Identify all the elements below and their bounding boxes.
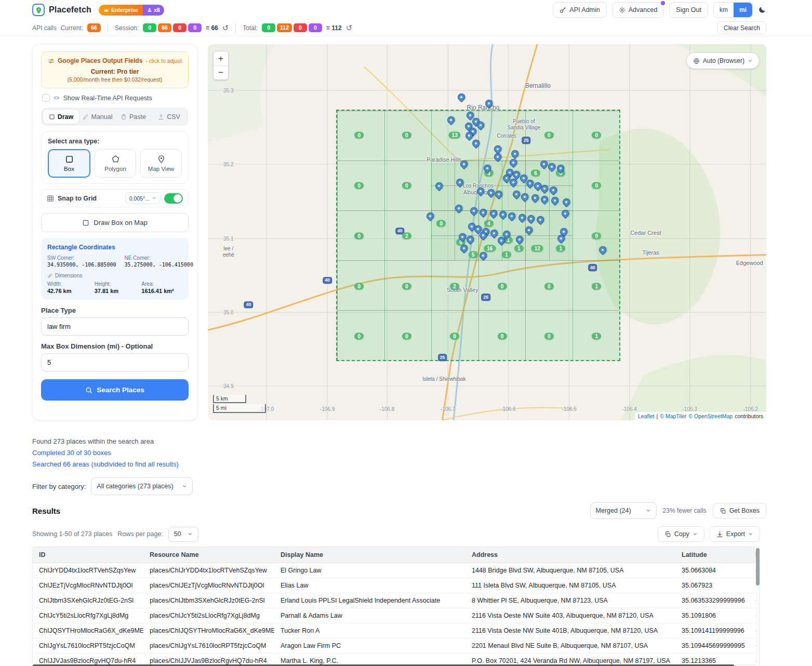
map-pin[interactable] (469, 206, 479, 216)
map-pin[interactable] (530, 193, 540, 203)
map-pin[interactable] (494, 189, 504, 199)
completed-boxes-link[interactable]: Completed 30 of 30 boxes (32, 449, 111, 457)
unit-km-button[interactable]: km (714, 3, 734, 17)
area-type-map-view[interactable]: Map View (140, 149, 182, 178)
map-pin[interactable] (547, 162, 557, 172)
map-pin[interactable] (425, 211, 435, 221)
table-cell: 35.063533299999996 (675, 593, 749, 608)
category-filter-select[interactable]: All categories (273 places) (91, 477, 193, 495)
chevron-down-icon (152, 196, 156, 201)
map-pin[interactable] (514, 234, 525, 245)
sign-out-button[interactable]: Sign Out (669, 2, 708, 18)
map-pin[interactable] (456, 92, 467, 102)
advanced-button[interactable]: Advanced (612, 2, 664, 18)
table-row[interactable]: ChIJQSYTHroMlocRaG6X_dKe9MEplaces/ChIJQS… (33, 623, 760, 638)
map-pin[interactable] (478, 207, 488, 218)
output-fields-card[interactable]: Google Places Output Fields - click to a… (41, 51, 189, 88)
session-reset-icon[interactable]: ↺ (222, 24, 229, 32)
vertical-scroll-thumb[interactable] (756, 548, 760, 585)
moon-icon (758, 6, 766, 14)
column-header[interactable]: Latitude (675, 547, 749, 563)
column-header[interactable]: ID (33, 547, 143, 563)
osm-link[interactable]: © OpenStreetMap (688, 413, 733, 419)
ne-corner-label: NE Corner: (124, 255, 193, 261)
box-count-badge: 0 (592, 132, 601, 139)
search-places-button[interactable]: Search Places (41, 379, 189, 401)
table-row[interactable]: ChIJEzTjVcgMlocRNvNTDJtj0Olplaces/ChIJEz… (33, 578, 760, 593)
searched-areas-link[interactable]: Searched 66 areas (subdivided to find al… (32, 460, 179, 468)
map-pin[interactable] (498, 209, 508, 220)
snap-size-select[interactable]: 0.005°... (125, 192, 161, 204)
column-header[interactable]: Resource Name (143, 547, 274, 563)
box-count-badge: 0 (592, 233, 601, 239)
map-pin[interactable] (560, 208, 570, 219)
map-pin[interactable] (492, 152, 503, 162)
tab-csv[interactable]: CSV (151, 109, 187, 124)
area-type-polygon[interactable]: Polygon (95, 149, 136, 178)
column-header[interactable]: Display Name (274, 547, 465, 563)
area-type-box[interactable]: Box (48, 149, 90, 178)
get-boxes-button[interactable]: Get Boxes (713, 503, 766, 518)
road-shield: 25 (438, 354, 447, 361)
map-pin[interactable] (517, 212, 527, 223)
session-sum: = 66 (206, 24, 218, 32)
show-requests-checkbox[interactable] (42, 94, 50, 102)
leaflet-link[interactable]: Leaflet (638, 413, 655, 419)
fewer-calls-note: 23% fewer calls (663, 507, 707, 514)
table-row[interactable]: ChIJgYsL7610locRPT5fzjcCoQMplaces/ChIJgY… (33, 638, 760, 653)
chevron-down-icon (646, 508, 651, 513)
maptiler-link[interactable]: © MapTiler (660, 413, 686, 419)
tab-manual[interactable]: Manual (79, 109, 115, 124)
dark-mode-toggle[interactable] (758, 6, 766, 14)
map-pin[interactable] (539, 194, 550, 205)
enterprise-badge[interactable]: Enterprise x8 (99, 5, 164, 16)
locale-selector[interactable]: Auto (Browser) (687, 53, 759, 69)
map-pin[interactable] (526, 214, 537, 224)
tab-draw[interactable]: Draw (43, 109, 79, 124)
placefetch-logo-icon[interactable] (32, 4, 45, 16)
column-header[interactable]: Address (465, 547, 675, 563)
map-pin[interactable] (471, 138, 481, 149)
boxes-icon (720, 508, 726, 514)
table-row[interactable]: ChIJtbm3SXehGlcRJz0tEG-2nSlplaces/ChIJtb… (33, 593, 760, 608)
map-pin[interactable] (520, 192, 530, 202)
map-pin[interactable] (489, 228, 500, 238)
zoom-control: + − (213, 51, 229, 80)
map-pin[interactable] (454, 203, 464, 214)
map-pin[interactable] (512, 189, 522, 199)
map-pin[interactable] (535, 215, 545, 225)
clear-search-button[interactable]: Clear Search (717, 21, 766, 34)
map-pin[interactable] (508, 157, 518, 168)
max-dim-input[interactable] (41, 353, 189, 371)
rows-per-page-select[interactable]: 50 (168, 527, 198, 542)
map-pin[interactable] (446, 115, 456, 125)
map-pin[interactable] (510, 149, 520, 159)
tab-paste[interactable]: Paste (115, 109, 151, 124)
map-pin[interactable] (488, 208, 499, 219)
table-row[interactable]: ChIJrYDD4tx1locRTVehSZqsYewplaces/ChIJrY… (33, 563, 760, 578)
map-pin[interactable] (549, 185, 559, 195)
draw-box-button[interactable]: Draw Box on Map (41, 213, 189, 232)
table-row[interactable]: ChIJcY5ti2sLlocRfg7XgLj8dMgplaces/ChIJcY… (33, 608, 760, 623)
table-vertical-scrollbar[interactable] (756, 547, 760, 664)
map-pin[interactable] (561, 197, 571, 207)
map-pin[interactable] (465, 234, 475, 245)
unit-mi-button[interactable]: mi (734, 3, 752, 17)
map[interactable]: BernalilloRio RanchoPueblo of Sandia Vil… (208, 44, 766, 420)
total-reset-icon[interactable]: ↺ (346, 24, 353, 32)
place-type-input[interactable] (41, 317, 189, 336)
snap-toggle[interactable] (164, 193, 183, 204)
map-pin[interactable] (524, 225, 534, 235)
table-cell: places/ChIJrYDD4tx1locRTVehSZqsYew (143, 563, 274, 578)
map-pin[interactable] (434, 181, 444, 191)
zoom-in-button[interactable]: + (214, 51, 228, 65)
export-button[interactable]: Export (710, 526, 760, 542)
merged-select[interactable]: Merged (24) (590, 502, 657, 519)
copy-button[interactable]: Copy (658, 526, 704, 542)
zoom-out-button[interactable]: − (214, 65, 228, 79)
map-pin[interactable] (550, 195, 560, 206)
map-pin[interactable] (597, 245, 608, 255)
map-pin[interactable] (478, 250, 488, 261)
map-pin[interactable] (507, 211, 517, 221)
api-admin-button[interactable]: API Admin (553, 2, 606, 18)
